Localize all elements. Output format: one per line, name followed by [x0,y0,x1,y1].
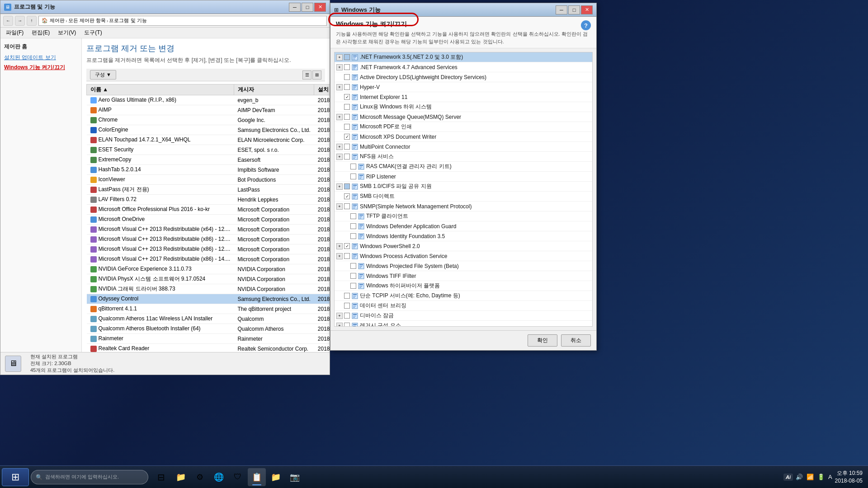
feature-checkbox[interactable] [344,74,350,80]
feature-item[interactable]: Windows TIFF IFilter [335,271,592,281]
feature-checkbox[interactable] [350,273,356,279]
expand-btn[interactable]: + [336,243,343,249]
view-detail-button[interactable]: ⊞ [312,70,321,80]
feature-item[interactable]: + SNMP(Simple Network Management Protoco… [335,202,592,211]
expand-btn[interactable]: + [336,253,343,259]
expand-btn[interactable]: + [336,64,343,70]
table-row[interactable]: NVIDIA PhysX 시스템 소프트웨어 9.17.0524 NVIDIA … [87,274,330,284]
feature-checkbox[interactable] [350,213,356,219]
app-internet[interactable]: 🌐 [210,468,228,486]
expand-btn[interactable]: + [336,323,343,327]
feature-checkbox[interactable]: ✓ [344,243,350,249]
feature-item[interactable]: + Windows Process Activation Service [335,251,592,261]
app-active[interactable]: 📋 [248,468,266,486]
menu-file[interactable]: 파일(F) [2,28,27,38]
expand-btn[interactable]: + [336,144,343,150]
feature-item[interactable]: Windows Identity Foundation 3.5 [335,231,592,241]
expand-btn[interactable]: + [336,203,343,210]
feature-checkbox[interactable] [344,154,350,160]
table-row[interactable]: Microsoft Visual C++ 2013 Redistributabl… [87,244,330,254]
expand-btn[interactable]: + [336,114,343,120]
col-date[interactable]: 설치 날짜 [314,84,330,95]
table-row[interactable]: Qualcomm Atheros Bluetooth Installer (64… [87,324,330,334]
feature-item[interactable]: + SMB 1.0/CIFS 파일 공유 지원 [335,182,592,192]
table-row[interactable]: ExtremeCopy Easersoft 2018-08-02 [87,155,330,165]
feature-checkbox[interactable] [344,104,350,110]
feature-item[interactable]: + 레거시 구성 요소 [335,321,592,327]
feature-item[interactable]: Windows Defender Application Guard [335,221,592,231]
feature-item[interactable]: + Hyper-V [335,82,592,92]
table-row[interactable]: Odyssey Control Samsung Electronics Co.,… [87,294,330,304]
task-view-button[interactable]: ⊟ [152,468,170,486]
feature-checkbox[interactable] [350,233,356,239]
feature-item[interactable]: + ✓ Windows PowerShell 2.0 [335,241,592,251]
feature-checkbox[interactable] [350,223,356,229]
table-row[interactable]: ELAN Touchpad 14.7.2.1_X64_WHQL ELAN Mic… [87,135,330,145]
feature-item[interactable]: TFTP 클라이언트 [335,211,592,221]
expand-btn[interactable]: + [336,313,343,319]
table-row[interactable]: Aero Glass Ultimate (R.I.P., x86) evgen_… [87,95,330,105]
feature-checkbox[interactable] [344,293,350,299]
menu-view[interactable]: 보기(V) [54,28,80,38]
table-row[interactable]: HashTab 5.2.0.14 Implbits Software 2018-… [87,165,330,175]
feature-item[interactable]: Windows Projected File System (Beta) [335,261,592,271]
up-button[interactable]: ↑ [27,16,37,26]
app-folder2[interactable]: 📁 [267,468,285,486]
start-button[interactable]: ⊞ [2,468,29,486]
view-list-button[interactable]: ☰ [302,70,311,80]
table-row[interactable]: Chrome Google Inc. 2018-08-03 [87,115,330,125]
feature-item[interactable]: Linux용 Windows 하위 시스템 [335,102,592,112]
features-list[interactable]: + .NET Framework 3.5(.NET 2.0 및 3.0 포함) … [334,52,593,327]
features-close-button[interactable]: ✕ [581,5,593,14]
feature-checkbox[interactable]: ✓ [344,94,350,100]
feature-item[interactable]: + 디바이스 잠금 [335,311,592,321]
table-row[interactable]: ESET Security ESET, spol. s r.o. 2018-08… [87,145,330,155]
feature-checkbox[interactable] [344,183,350,189]
table-row[interactable]: AIMP AIMP DevTeam 2018-08-03 [87,105,330,115]
feature-item[interactable]: ✓ Internet Explorer 11 [335,92,592,102]
minimize-button[interactable]: ─ [289,3,301,12]
feature-item[interactable]: ✓ Microsoft XPS Document Writer [335,132,592,142]
feature-item[interactable]: 단순 TCPIP 서비스(예: Echo, Daytime 등) [335,291,592,301]
maximize-button[interactable]: □ [302,3,313,12]
feature-checkbox[interactable]: ✓ [344,193,350,199]
feature-item[interactable]: RIP Listener [335,172,592,182]
sidebar-link-updates[interactable]: 설치된 업데이트 보기 [4,53,78,61]
feature-checkbox[interactable]: ✓ [344,134,350,140]
table-row[interactable]: ColorEngine Samsung Electronics Co., Ltd… [87,125,330,135]
feature-checkbox[interactable] [344,203,350,209]
organize-button[interactable]: 구성 ▼ [90,70,116,80]
table-row[interactable]: LAV Filters 0.72 Hendrik Leppkes 2018-08… [87,195,330,205]
feature-checkbox[interactable] [350,164,356,169]
feature-item[interactable]: Active Directory LDS(Lightweight Directo… [335,72,592,82]
table-row[interactable]: Realtek Card Reader Realtek Semiconducto… [87,344,330,352]
expand-btn[interactable]: + [336,154,343,160]
col-publisher[interactable]: 게시자 [234,84,314,95]
ok-button[interactable]: 확인 [528,334,557,347]
table-row[interactable]: Microsoft OneDrive Microsoft Corporation… [87,215,330,225]
table-row[interactable]: Microsoft Visual C++ 2017 Redistributabl… [87,254,330,264]
close-button[interactable]: ✕ [314,3,326,12]
table-row[interactable]: Microsoft Visual C++ 2013 Redistributabl… [87,235,330,244]
expand-btn[interactable]: + [336,183,343,190]
forward-button[interactable]: → [15,16,25,26]
feature-checkbox[interactable] [344,313,350,319]
app-security[interactable]: 🛡 [229,468,247,486]
feature-checkbox[interactable] [344,114,350,120]
table-row[interactable]: Microsoft Visual C++ 2013 Redistributabl… [87,225,330,235]
app-settings[interactable]: ⚙ [191,468,209,486]
expand-btn[interactable]: + [336,84,343,90]
table-row[interactable]: Microsoft Office Professional Plus 2016 … [87,205,330,215]
feature-item[interactable]: Microsoft PDF로 인쇄 [335,122,592,132]
feature-item[interactable]: + Microsoft Message Queue(MSMQ) Server [335,112,592,122]
feature-checkbox[interactable] [344,84,350,90]
feature-item[interactable]: + .NET Framework 4.7 Advanced Services [335,62,592,72]
sidebar-link-features[interactable]: Windows 기능 켜기/끄기 [4,63,78,71]
cancel-button[interactable]: 취소 [561,334,591,347]
app-camera[interactable]: 📷 [286,468,304,486]
feature-checkbox[interactable] [344,323,350,327]
feature-item[interactable]: RAS CMAK(연결 관리자 관리 키트) [335,162,592,172]
app-file-explorer[interactable]: 📁 [172,468,190,486]
expand-btn[interactable]: + [336,54,343,61]
table-row[interactable]: Rainmeter Rainmeter 2018-07-08 [87,334,330,344]
